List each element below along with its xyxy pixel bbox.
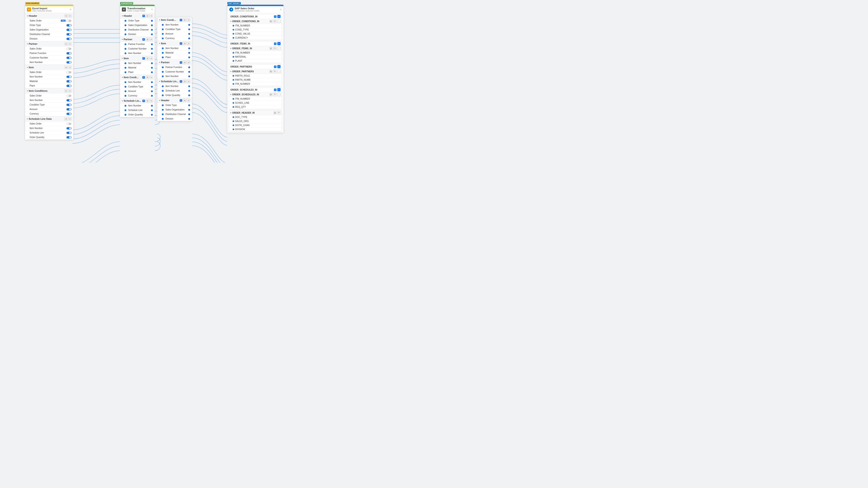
toggle-order-qty[interactable]: [66, 136, 71, 138]
ds-item-icon1[interactable]: ⊞: [64, 66, 68, 69]
mid-section-partner[interactable]: ▾ Partner T ⊞ ⊟: [157, 60, 192, 65]
ds-section-header[interactable]: ▾ Header ⊞ ⊟: [25, 13, 73, 19]
toggle-sales-order-p[interactable]: [66, 48, 71, 50]
toggle-dist-channel[interactable]: [66, 33, 71, 35]
ds-section-partner[interactable]: ▾ Partner ⊞ ⊟: [25, 41, 73, 46]
cv-section-header[interactable]: ▾ Header T ⊞ ⊟: [120, 13, 155, 19]
ds-partner-label: Partner: [29, 42, 64, 45]
converter-close[interactable]: ×: [151, 8, 153, 11]
toggle-currency[interactable]: [66, 113, 71, 115]
schedules-copy[interactable]: ⧉: [273, 93, 276, 96]
toggle-sales-order-i[interactable]: [66, 71, 71, 73]
datasource-tag: DATA SOURCE: [25, 2, 40, 4]
mid-section-sched[interactable]: ▾ Schedule Lin... T ⊞ ⊟: [157, 78, 192, 84]
partners-sub-header[interactable]: ▾ ORDER_PARTNERS S ⧉ −: [229, 69, 282, 74]
ds-field-partner-fn: Partner Function: [25, 51, 73, 56]
ds-sched-icons: ⊞ ⊟: [64, 117, 71, 121]
ds-field-amount: Amount: [25, 107, 73, 111]
sap-field-plant: PLANT: [229, 59, 282, 63]
ds-field-sales-order-ic: Sales Order: [25, 94, 73, 98]
ds-sched-icon1[interactable]: ⊞: [64, 117, 68, 121]
items-sub-header[interactable]: ▾ ORDER_ITEMS_IN S ⧉ −: [229, 46, 282, 51]
schedules-minus[interactable]: −: [277, 93, 281, 96]
schedules-sub-header[interactable]: ▾ ORDER_SCHEDULES_IN S ⧉ −: [229, 92, 282, 97]
items-plus[interactable]: +: [277, 42, 281, 45]
items-minus[interactable]: −: [277, 47, 281, 50]
mid-field-sales-org-h: Sales Organisation: [157, 107, 192, 112]
ds-field-sales-order-i: Sales Order: [25, 70, 73, 74]
toggle-partner-fn[interactable]: [66, 52, 71, 55]
ds-sched-icon2[interactable]: ⊟: [68, 117, 71, 121]
partners-copy[interactable]: ⧉: [273, 70, 276, 73]
cv-itemcond-t: T: [143, 76, 145, 78]
schedules-plus[interactable]: +: [277, 88, 281, 91]
header-sub-header[interactable]: ▾ ORDER_HEADER_IN S ⧉: [229, 110, 282, 115]
sap-field-itm-num-p: ITM_NUMBER: [229, 82, 282, 86]
conditions-minus[interactable]: −: [277, 20, 281, 23]
toggle-sched-line[interactable]: [66, 132, 71, 134]
ds-itemcond-icons: ⊞ ⊟: [64, 89, 71, 92]
sap-field-distr-chan: DISTR_CHAN: [229, 123, 282, 127]
mid-field-sl-item-num: Item Number: [157, 84, 192, 89]
ds-section-item[interactable]: ▾ Item ⊞ ⊟: [25, 65, 73, 70]
conditions-plus[interactable]: +: [277, 15, 281, 18]
toggle-sales-org[interactable]: [66, 29, 71, 31]
ds-itemcond-icon1[interactable]: ⊞: [64, 89, 68, 92]
mid-field-partner-fn: Partner Function: [157, 65, 192, 70]
cv-section-partner[interactable]: ▾ Partner T ⊞ ⊟: [120, 37, 155, 42]
mid-partner-t: T: [180, 61, 182, 64]
ds-item-label: Item: [29, 66, 64, 69]
mid-section-itemcond[interactable]: ▾ Item Condi... T ⊞ ⊟: [157, 17, 192, 23]
ds-header-icon2[interactable]: ⊟: [68, 14, 71, 18]
cv-field-plant: Plant: [120, 70, 155, 74]
toggle-item-num-p[interactable]: [66, 61, 71, 64]
converter-title-row: ✕ Transformation Editor Create Fields ×: [120, 6, 155, 13]
conditions-sub-header[interactable]: ▾ ORDER_CONDITIONS_IN S ⧉ −: [229, 19, 282, 24]
partners-plus[interactable]: +: [277, 65, 281, 68]
mid-section-item[interactable]: ▾ Item T ⊞ ⊟: [157, 41, 192, 46]
toggle-item-num-s[interactable]: [66, 127, 71, 129]
conditions-copy[interactable]: ⧉: [273, 20, 276, 23]
cv-section-itemcond[interactable]: ▾ Item Condi... T ⊞ ⊟: [120, 74, 155, 80]
ds-itemcond-icon2[interactable]: ⊟: [68, 89, 71, 92]
mid-field-ic-amount: Amount: [157, 32, 192, 36]
toggle-division[interactable]: [66, 38, 71, 40]
datasource-close[interactable]: ×: [70, 8, 71, 11]
toggle-amount[interactable]: [66, 108, 71, 110]
cv-section-sched[interactable]: ▾ Schedule Lin... T ⊞ ⊟: [120, 98, 155, 103]
ds-section-itemcond[interactable]: ▾ Item Conditions ⊞ ⊟: [25, 88, 73, 94]
converter-panel: CONVERTER ✕ Transformation Editor Create…: [120, 4, 155, 117]
toggle-material[interactable]: [66, 80, 71, 83]
saptarget-close[interactable]: ×: [280, 8, 282, 11]
cv-field-dist-ch: Distribution Channel: [120, 28, 155, 32]
partners-minus[interactable]: −: [277, 70, 281, 73]
toggle-item-num-i[interactable]: [66, 76, 71, 78]
toggle-plant[interactable]: [66, 85, 71, 87]
ds-field-material: Material: [25, 79, 73, 84]
sap-field-cond-value: COND_VALUE: [229, 32, 282, 36]
ds-section-sched[interactable]: ▾ Schedule Line Data ⊞ ⊟: [25, 116, 73, 122]
header-copy[interactable]: ⧉: [277, 111, 281, 114]
ds-partner-icons: ⊞ ⊟: [64, 42, 71, 45]
mid-field-item-num-p: Item Number: [157, 74, 192, 78]
sap-field-currency: CURRENCY: [229, 36, 282, 40]
ds-partner-icon1[interactable]: ⊞: [64, 42, 68, 45]
toggle-sales-order-h[interactable]: [66, 20, 71, 22]
cv-field-ic-item-num: Item Number: [120, 80, 155, 85]
toggle-sales-order-ic[interactable]: [66, 95, 71, 97]
toggle-cond-type[interactable]: [66, 104, 71, 106]
toggle-customer-num[interactable]: [66, 57, 71, 59]
items-copy[interactable]: ⧉: [273, 47, 276, 50]
cv-field-partner-fn: Partner Function: [120, 42, 155, 46]
cv-section-item[interactable]: ▾ Item T ⊞ ⊟: [120, 56, 155, 61]
key-badge: Key: [61, 20, 66, 22]
ds-header-icon1[interactable]: ⊞: [64, 14, 68, 18]
ds-item-icon2[interactable]: ⊟: [68, 66, 71, 69]
toggle-sales-order-s[interactable]: [66, 123, 71, 125]
mid-section-header[interactable]: ▾ Header T ⊞ ⊟: [157, 98, 192, 103]
main-canvas: DATA SOURCE X Excel Import Files Selecte…: [0, 0, 289, 163]
toggle-order-type[interactable]: [66, 24, 71, 26]
ds-partner-icon2[interactable]: ⊟: [68, 42, 71, 45]
toggle-item-num-ic[interactable]: [66, 99, 71, 101]
ds-partner-chevron: ▾: [27, 43, 28, 45]
